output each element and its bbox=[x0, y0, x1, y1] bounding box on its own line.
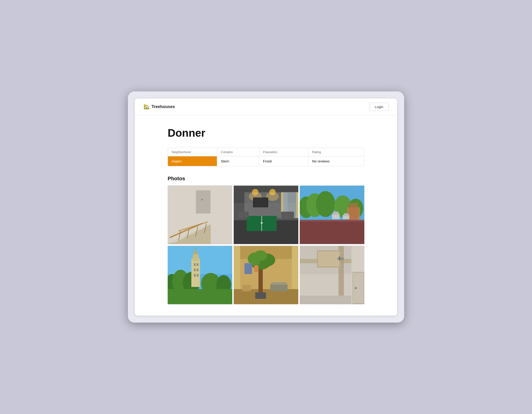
rating-header: Rating bbox=[308, 148, 364, 156]
svg-rect-40 bbox=[300, 220, 364, 244]
svg-rect-78 bbox=[271, 282, 286, 285]
population-header: Population bbox=[259, 148, 308, 156]
brand-logo: 🏡 Treehouses bbox=[143, 104, 175, 110]
svg-rect-77 bbox=[270, 284, 287, 291]
brand-name: Treehouses bbox=[152, 104, 175, 109]
photo-ceiling[interactable] bbox=[300, 246, 364, 305]
svg-rect-80 bbox=[245, 263, 252, 274]
svg-point-35 bbox=[316, 191, 335, 217]
svg-point-93 bbox=[355, 287, 357, 289]
svg-rect-4 bbox=[196, 190, 210, 213]
photo-atrium[interactable] bbox=[234, 246, 298, 305]
svg-rect-72 bbox=[255, 292, 266, 299]
neighborhood-col: Neighborhood Aspen bbox=[168, 148, 217, 166]
photos-grid bbox=[168, 186, 364, 305]
rating-col: Rating No reviews bbox=[308, 148, 364, 166]
svg-rect-41 bbox=[300, 220, 364, 221]
photos-section: Photos bbox=[168, 176, 364, 305]
svg-rect-61 bbox=[197, 274, 198, 276]
info-table: Neighborhood Aspen Complex Stern Populat… bbox=[168, 148, 364, 166]
svg-rect-94 bbox=[300, 295, 352, 304]
population-value: Frosh bbox=[259, 156, 308, 166]
svg-rect-55 bbox=[192, 257, 199, 261]
complex-value: Stern bbox=[217, 156, 259, 166]
svg-rect-39 bbox=[349, 203, 358, 220]
svg-rect-58 bbox=[194, 268, 196, 271]
neighborhood-header: Neighborhood bbox=[168, 148, 217, 156]
photo-staircase[interactable] bbox=[168, 186, 232, 244]
svg-rect-79 bbox=[242, 285, 251, 291]
tree-icon: 🏡 bbox=[143, 104, 150, 110]
rating-value: No reviews bbox=[308, 156, 364, 166]
svg-rect-88 bbox=[337, 258, 344, 259]
svg-rect-57 bbox=[197, 263, 198, 266]
svg-rect-89 bbox=[339, 256, 340, 260]
svg-rect-29 bbox=[281, 211, 294, 218]
page-title: Donner bbox=[168, 127, 364, 139]
photos-title: Photos bbox=[168, 176, 364, 182]
svg-rect-31 bbox=[254, 198, 268, 207]
svg-rect-5 bbox=[201, 198, 203, 200]
photo-tower[interactable] bbox=[168, 246, 232, 305]
photo-rooftop[interactable] bbox=[300, 186, 364, 244]
browser-window: 🏡 Treehouses Login Donner Neighborhood A… bbox=[135, 99, 397, 316]
svg-rect-60 bbox=[194, 274, 196, 276]
svg-rect-53 bbox=[168, 289, 232, 304]
svg-rect-62 bbox=[193, 254, 198, 257]
complex-header: Complex bbox=[217, 148, 259, 156]
login-button[interactable]: Login bbox=[369, 103, 389, 111]
svg-rect-45 bbox=[344, 213, 348, 216]
svg-rect-54 bbox=[191, 259, 200, 287]
device-frame: 🏡 Treehouses Login Donner Neighborhood A… bbox=[128, 91, 404, 323]
population-col: Population Frosh bbox=[259, 148, 308, 166]
svg-rect-81 bbox=[254, 265, 258, 272]
complex-col: Complex Stern bbox=[217, 148, 259, 166]
svg-rect-43 bbox=[333, 211, 339, 215]
svg-rect-87 bbox=[318, 251, 340, 266]
svg-point-76 bbox=[254, 250, 267, 261]
svg-rect-64 bbox=[195, 247, 196, 250]
svg-rect-28 bbox=[238, 211, 249, 218]
svg-rect-56 bbox=[194, 263, 196, 266]
main-content: Donner Neighborhood Aspen Complex Stern … bbox=[135, 115, 397, 316]
photo-lounge[interactable] bbox=[234, 186, 298, 244]
svg-rect-23 bbox=[296, 192, 298, 218]
svg-rect-27 bbox=[261, 222, 263, 223]
neighborhood-value: Aspen bbox=[168, 156, 217, 166]
svg-rect-59 bbox=[197, 268, 198, 271]
navbar: 🏡 Treehouses Login bbox=[135, 99, 397, 115]
